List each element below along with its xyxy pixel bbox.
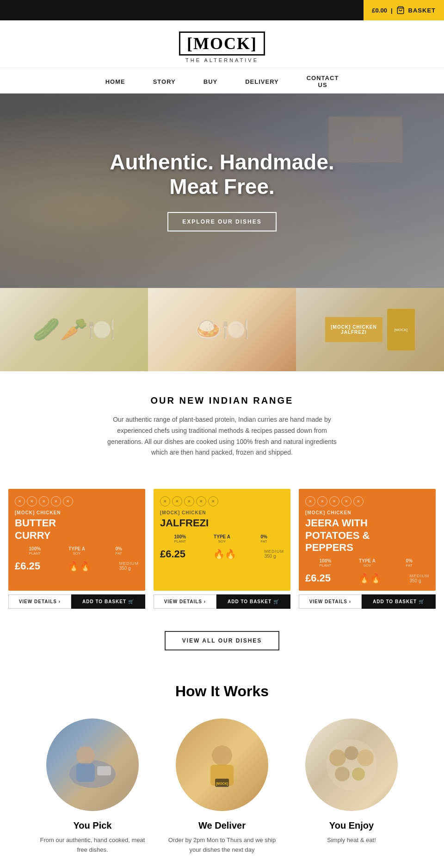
card-icons-row-1: ✕ ✕ ✕ ✕ ✕ xyxy=(15,496,139,506)
card-icon-e4: ✕ xyxy=(341,496,352,506)
food-strip-item-1: 🥒🥕🍽️ xyxy=(0,288,148,371)
view-all-section: VIEW ALL OUR DISHES xyxy=(0,618,444,674)
card-size-2: MEDIUM xyxy=(265,549,284,554)
card-stats-3: 100%PLANT TYPE ASOY 0%FAT xyxy=(305,558,429,568)
step3-title: You Enjoy xyxy=(296,820,407,831)
svg-point-12 xyxy=(329,749,346,766)
svg-point-7 xyxy=(212,745,232,766)
top-bar: £0.00 | BASKET xyxy=(0,0,444,20)
view-details-button-2[interactable]: VIEW DETAILS › xyxy=(154,594,216,609)
food-strip-item-2: 🍛🍽️ xyxy=(148,288,296,371)
step3-desc: Simply heat & eat! xyxy=(296,836,407,845)
nav-story[interactable]: STORY xyxy=(153,78,176,85)
card-price-2: £6.25 xyxy=(160,548,185,560)
main-nav: HOME STORY BUY DELIVERY CONTACTUS xyxy=(0,68,444,94)
card-price-1: £6.25 xyxy=(15,560,40,572)
card-icon-j4: ✕ xyxy=(196,496,206,506)
card-inner-3: ✕ ✕ ✕ ✕ ✕ [MOCK] CHICKEN JEERA WITHPOTAT… xyxy=(299,489,436,591)
card-title-2: JALFREZI xyxy=(160,517,284,529)
view-all-button[interactable]: VIEW ALL OUR DISHES xyxy=(165,631,280,650)
card-icons-row-3: ✕ ✕ ✕ ✕ ✕ xyxy=(305,496,429,506)
svg-point-4 xyxy=(76,746,95,765)
add-basket-button-1[interactable]: ADD TO BASKET 🛒 xyxy=(71,594,145,609)
step3-illustration xyxy=(317,730,386,799)
card-size-1: MEDIUM xyxy=(119,561,139,566)
card-subtitle-3: [MOCK] CHICKEN xyxy=(305,510,429,515)
add-basket-button-2[interactable]: ADD TO BASKET 🛒 xyxy=(216,594,290,609)
step2-illustration: [MOCK] xyxy=(187,730,257,799)
how-circle-1 xyxy=(46,718,139,811)
food-strip-item-3: [MOCK] CHICKENJALFREZI [MOCK] xyxy=(296,288,444,371)
card-subtitle-1: [MOCK] CHICKEN xyxy=(15,510,139,515)
hero-text: Authentic. Handmade. Meat Free. EXPLORE … xyxy=(110,150,334,231)
basket-price: £0.00 xyxy=(372,7,387,14)
nav-delivery[interactable]: DELIVERY xyxy=(245,78,279,85)
logo[interactable]: [MOCK] xyxy=(179,31,265,56)
card-stats-1: 100%PLANT TYPE ASOY 0%FAT xyxy=(15,546,139,556)
nav-contact[interactable]: CONTACTUS xyxy=(307,75,339,88)
card-icon-e3: ✕ xyxy=(329,496,339,506)
card-footer-3: £6.25 🔥🔥 MEDIUM 350 g xyxy=(305,572,429,584)
hero-cta-button[interactable]: EXPLORE OUR DISHES xyxy=(167,212,276,231)
product-card-jalfrezi: ✕ ✕ ✕ ✕ ✕ [MOCK] CHICKEN JALFREZI 100%PL… xyxy=(154,489,290,609)
step2-desc: Order by 2pm Mon to Thurs and we ship yo… xyxy=(166,836,278,855)
card-subtitle-2: [MOCK] CHICKEN xyxy=(160,510,284,515)
indian-range-desc: Our authentic range of plant-based prote… xyxy=(102,414,342,458)
step1-title: You Pick xyxy=(37,820,148,831)
hero-title: Authentic. Handmade. Meat Free. xyxy=(110,150,334,199)
card-footer-2: £6.25 🔥🔥 MEDIUM 350 g xyxy=(160,548,284,560)
card-icon-e5: ✕ xyxy=(353,496,364,506)
basket-button[interactable]: £0.00 | BASKET xyxy=(364,0,444,20)
card-weight-2: 350 g xyxy=(265,554,284,559)
products-row: ✕ ✕ ✕ ✕ ✕ [MOCK] CHICKEN BUTTERCURRY 100… xyxy=(0,489,444,618)
card-icon-2: ✕ xyxy=(27,496,37,506)
svg-point-15 xyxy=(335,767,350,781)
card-icon-j1: ✕ xyxy=(160,496,170,506)
card-weight-1: 350 g xyxy=(119,566,139,571)
card-inner-1: ✕ ✕ ✕ ✕ ✕ [MOCK] CHICKEN BUTTERCURRY 100… xyxy=(8,489,145,591)
card-icon-5: ✕ xyxy=(63,496,73,506)
product-card-butter-curry: ✕ ✕ ✕ ✕ ✕ [MOCK] CHICKEN BUTTERCURRY 100… xyxy=(8,489,145,609)
card-weight-3: 350 g xyxy=(410,578,430,583)
card-inner-2: ✕ ✕ ✕ ✕ ✕ [MOCK] CHICKEN JALFREZI 100%PL… xyxy=(154,489,290,591)
view-details-button-3[interactable]: VIEW DETAILS › xyxy=(299,594,362,609)
card-stats-2: 100%PLANT TYPE ASOY 0%FAT xyxy=(160,534,284,543)
hero-decoration: [MOCK] xyxy=(324,112,407,168)
card-icons-row-2: ✕ ✕ ✕ ✕ ✕ xyxy=(160,496,284,506)
basket-label: BASKET xyxy=(408,7,436,14)
basket-icon xyxy=(396,6,405,14)
svg-point-13 xyxy=(345,746,358,760)
card-footer-1: £6.25 🔥🔥 MEDIUM 350 g xyxy=(15,560,139,572)
card-price-3: £6.25 xyxy=(305,572,331,584)
card-title-1: BUTTERCURRY xyxy=(15,517,139,542)
card-flame-2: 🔥🔥 xyxy=(213,549,236,560)
svg-rect-5 xyxy=(76,763,95,782)
card-icon-3: ✕ xyxy=(39,496,49,506)
card-icon-4: ✕ xyxy=(51,496,61,506)
how-circle-3 xyxy=(305,718,398,811)
svg-text:[MOCK]: [MOCK] xyxy=(216,782,228,786)
svg-point-16 xyxy=(352,768,365,781)
card-flame-3: 🔥🔥 xyxy=(358,573,382,584)
nav-buy[interactable]: BUY xyxy=(204,78,217,85)
logo-tagline: THE ALTERNATIVE xyxy=(0,57,444,63)
food-strip: 🥒🥕🍽️ 🍛🍽️ [MOCK] CHICKENJALFREZI [MOCK] xyxy=(0,288,444,371)
site-header: [MOCK] THE ALTERNATIVE xyxy=(0,20,444,68)
view-details-button-1[interactable]: VIEW DETAILS › xyxy=(8,594,71,609)
step1-illustration xyxy=(58,730,127,799)
card-flame-1: 🔥🔥 xyxy=(68,561,91,572)
add-basket-button-3[interactable]: ADD TO BASKET 🛒 xyxy=(362,594,436,609)
nav-home[interactable]: HOME xyxy=(105,78,125,85)
card-icon-1: ✕ xyxy=(15,496,25,506)
card-buttons-1: VIEW DETAILS › ADD TO BASKET 🛒 xyxy=(8,594,145,609)
indian-range-section: OUR NEW INDIAN RANGE Our authentic range… xyxy=(0,371,444,489)
how-it-works-section: How It Works You Pick From our authentic… xyxy=(0,674,444,868)
card-title-3: JEERA WITHPOTATOES &PEPPERS xyxy=(305,517,429,554)
card-buttons-3: VIEW DETAILS › ADD TO BASKET 🛒 xyxy=(299,594,436,609)
step2-title: We Deliver xyxy=(166,820,278,831)
hero-section: [MOCK] Authentic. Handmade. Meat Free. E… xyxy=(0,94,444,288)
indian-range-title: OUR NEW INDIAN RANGE xyxy=(28,395,416,406)
svg-text:[MOCK]: [MOCK] xyxy=(353,136,377,144)
how-steps: You Pick From our authentic, hand cooked… xyxy=(0,718,444,864)
card-buttons-2: VIEW DETAILS › ADD TO BASKET 🛒 xyxy=(154,594,290,609)
